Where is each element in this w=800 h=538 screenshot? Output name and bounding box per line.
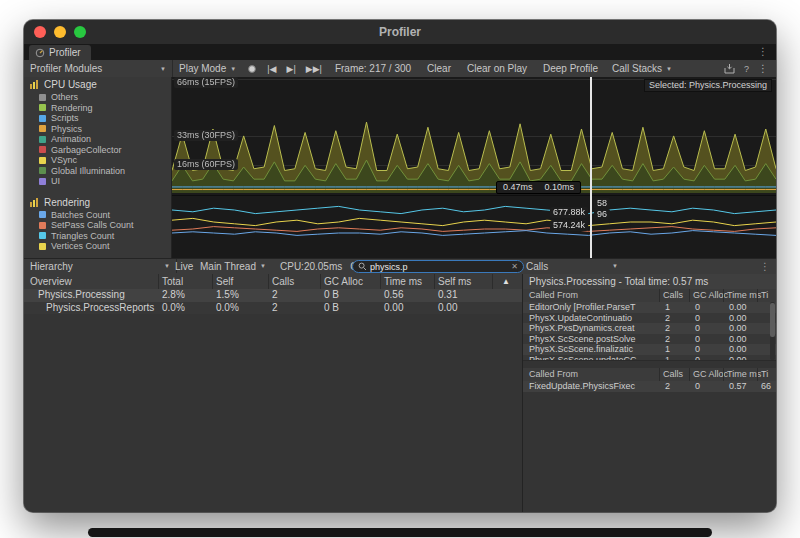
cell-calls: 2 (665, 323, 670, 334)
table-row[interactable]: PhysX.ScScene.finalizatic 1 0 0.00 (523, 344, 776, 355)
column-gc-alloc[interactable]: GC Alloc (324, 274, 363, 289)
column-self[interactable]: Self (216, 274, 233, 289)
table-row[interactable]: PhysX.ScScene.postSolve 2 0 0.00 (523, 334, 776, 345)
legend-item-triangles-count[interactable]: Triangles Count (24, 231, 171, 242)
clear-button[interactable]: Clear (419, 63, 459, 74)
details-view-dropdown[interactable]: Calls ▼ (526, 259, 618, 273)
grid-label-16ms: 16ms (60FPS) (174, 159, 238, 170)
tab-profiler[interactable]: Profiler (29, 45, 91, 60)
column-time-cut[interactable]: Ti (761, 289, 768, 302)
legend-item-vertices-count[interactable]: Vertices Count (24, 241, 171, 252)
save-profile-icon[interactable] (724, 64, 735, 74)
legend-item-physics[interactable]: Physics (24, 124, 171, 135)
scrollbar-thumb[interactable] (770, 303, 775, 337)
table-row[interactable]: PhysX.PxsDynamics.creat 2 0 0.00 (523, 323, 776, 334)
details-area: Overview Total Self Calls GC Alloc Time … (24, 274, 776, 512)
deep-profile-toggle[interactable]: Deep Profile (535, 63, 606, 74)
cell-name: PhysX.ScScene.finalizatic (529, 344, 633, 355)
skip-forward-button[interactable]: ▶▶| (301, 64, 327, 74)
cell-time: 0.57 (729, 381, 747, 392)
column-overview[interactable]: Overview (30, 274, 72, 289)
selected-sample-badge: Selected: Physics.Processing (644, 79, 772, 92)
search-field[interactable]: ✕ (352, 260, 524, 273)
column-self-ms[interactable]: Self ms (438, 274, 471, 289)
color-swatch (39, 167, 46, 174)
table-row-physics-processreports[interactable]: Physics.ProcessReports 0.0% 0.0% 2 0 B 0… (24, 302, 522, 315)
table-row-physics-processing[interactable]: Physics.Processing 2.8% 1.5% 2 0 B 0.56 … (24, 289, 522, 302)
column-time-cut[interactable]: Ti (761, 368, 768, 381)
search-input[interactable] (370, 262, 508, 272)
record-button[interactable] (242, 64, 262, 74)
table-row[interactable]: FixedUpdate.PhysicsFixec 2 0 0.57 66 (523, 381, 776, 392)
color-swatch (39, 243, 46, 250)
legend-item-vsync[interactable]: VSync (24, 155, 171, 166)
cell-self-time: 0.00 (438, 302, 457, 315)
legend-label: Batches Count (51, 210, 110, 220)
legend-label: Triangles Count (51, 231, 114, 241)
color-swatch (39, 125, 46, 132)
callers-rows: EditorOnly [Profiler.ParseT 1 0 0.00 Phy… (523, 302, 776, 360)
grid-label-33ms: 33ms (30FPS) (174, 130, 238, 141)
callers-scrollbar[interactable] (770, 302, 775, 360)
grid-label-66ms: 66ms (15FPS) (174, 77, 238, 88)
column-called-from[interactable]: Called From (529, 368, 578, 381)
thread-dropdown[interactable]: Main Thread ▼ (200, 259, 266, 273)
sort-asc-icon[interactable]: ▲ (502, 274, 510, 289)
skip-back-button[interactable]: |◀ (262, 64, 281, 74)
hierarchy-table-header: Overview Total Self Calls GC Alloc Time … (24, 274, 522, 290)
minimize-window-button[interactable] (54, 26, 66, 38)
chart-icon (30, 80, 39, 89)
clear-search-icon[interactable]: ✕ (511, 262, 518, 271)
legend-item-garbagecollector[interactable]: GarbageCollector (24, 145, 171, 156)
column-time-ms[interactable]: Time ms (384, 274, 422, 289)
play-mode-dropdown[interactable]: Play Mode ▼ (173, 60, 242, 77)
column-calls[interactable]: Calls (663, 289, 683, 302)
calls-panel: Physics.Processing - Total time: 0.57 ms… (523, 274, 776, 512)
hierarchy-mode-dropdown[interactable]: Hierarchy ▼ (24, 259, 177, 273)
legend-label: UI (51, 176, 60, 186)
profiler-toolbar: Profiler Modules ▼ Play Mode ▼ |◀ ▶| ▶▶|… (24, 60, 776, 78)
column-total[interactable]: Total (162, 274, 183, 289)
tab-kebab-icon[interactable]: ⋮ (758, 46, 768, 57)
profiler-window: Profiler Profiler ⋮ Profiler Modules ▼ P… (24, 20, 776, 512)
column-called-from[interactable]: Called From (529, 289, 578, 302)
legend-item-ui[interactable]: UI (24, 176, 171, 187)
cell-calls: 2 (665, 381, 670, 392)
table-row[interactable]: EditorOnly [Profiler.ParseT 1 0 0.00 (523, 302, 776, 313)
cell-name: PhysX.PxsDynamics.creat (529, 323, 635, 334)
profiler-gauge-icon (35, 48, 45, 58)
legend-item-others[interactable]: Others (24, 92, 171, 103)
step-forward-button[interactable]: ▶| (281, 64, 300, 74)
charts-area: 66ms (15FPS) 33ms (30FPS) 16ms (60FPS) S… (172, 77, 776, 258)
tooltip-value: 0.10ms (545, 182, 575, 193)
module-cpu-usage[interactable]: CPU Usage (24, 77, 171, 92)
rendering-chart-canvas[interactable] (172, 196, 776, 258)
traffic-lights (34, 26, 86, 38)
cell-calls: 1 (665, 344, 670, 355)
call-stacks-dropdown[interactable]: Call Stacks ▼ (606, 60, 678, 77)
legend-item-animation[interactable]: Animation (24, 134, 171, 145)
cpu-chart-canvas[interactable] (172, 77, 776, 195)
profiler-modules-dropdown[interactable]: Profiler Modules ▼ (24, 60, 173, 77)
rendering-chart[interactable]: 677.88k 574.24k 58 96 (172, 196, 776, 258)
toolbar-kebab-icon[interactable]: ⋮ (758, 63, 768, 74)
legend-item-batches-count[interactable]: Batches Count (24, 210, 171, 221)
cell-total: 2.8% (162, 289, 185, 302)
column-calls[interactable]: Calls (663, 368, 683, 381)
module-rendering[interactable]: Rendering (24, 195, 171, 210)
help-icon[interactable]: ? (744, 64, 749, 74)
cpu-usage-chart[interactable]: 66ms (15FPS) 33ms (30FPS) 16ms (60FPS) S… (172, 77, 776, 196)
column-calls[interactable]: Calls (272, 274, 294, 289)
legend-item-rendering[interactable]: Rendering (24, 103, 171, 114)
clear-on-play-toggle[interactable]: Clear on Play (459, 63, 535, 74)
sample-tooltip: 0.47ms 0.10ms (496, 181, 581, 194)
legend-item-setpass-calls-count[interactable]: SetPass Calls Count (24, 220, 171, 231)
legend-item-global-illumination[interactable]: Global Illumination (24, 166, 171, 177)
zoom-window-button[interactable] (74, 26, 86, 38)
frame-selection-line[interactable] (590, 77, 592, 258)
close-window-button[interactable] (34, 26, 46, 38)
legend-item-scripts[interactable]: Scripts (24, 113, 171, 124)
live-toggle[interactable]: Live (170, 259, 198, 273)
table-row[interactable]: PhysX.UpdateContinuatio 2 0 0.00 (523, 313, 776, 324)
hierarchy-kebab-icon[interactable]: ⋮ (760, 261, 770, 272)
